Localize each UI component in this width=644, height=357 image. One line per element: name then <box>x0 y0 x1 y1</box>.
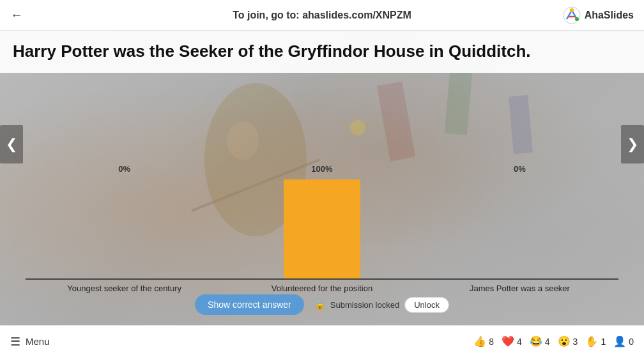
reaction-heart: ❤️ 4 <box>502 335 522 347</box>
thumbsup-emoji: 👍 <box>473 335 486 347</box>
ahaslides-logo-icon <box>563 6 581 24</box>
reaction-hand: ✋ 1 <box>585 335 606 347</box>
reaction-person: 👤 0 <box>613 335 634 347</box>
back-button[interactable]: ← <box>10 8 23 22</box>
lock-icon: 🔒 <box>314 300 325 310</box>
hand-emoji: ✋ <box>585 335 598 347</box>
top-bar: ← To join, go to: ahaslides.com/XNPZM Ah… <box>0 0 644 31</box>
svg-point-10 <box>570 8 574 12</box>
prev-arrow[interactable]: ❮ <box>0 125 23 163</box>
page-wrapper: ← To join, go to: ahaslides.com/XNPZM Ah… <box>0 0 644 357</box>
menu-button[interactable]: ☰ Menu <box>10 335 50 349</box>
thumbsup-count: 8 <box>489 337 494 347</box>
question-title-text: Harry Potter was the Seeker of the Gryff… <box>13 42 530 61</box>
show-answer-label: Show correct answer <box>208 300 291 310</box>
svg-point-11 <box>575 17 579 21</box>
submission-locked-text: Submission locked <box>330 300 399 310</box>
hand-count: 1 <box>601 337 606 347</box>
menu-label: Menu <box>26 336 50 347</box>
reaction-laugh: 😂 4 <box>530 335 550 347</box>
show-answer-button[interactable]: Show correct answer <box>195 294 304 315</box>
reaction-wow: 😮 3 <box>558 335 578 347</box>
bar-1 <box>284 179 360 278</box>
chart-baseline <box>26 278 618 280</box>
person-count: 0 <box>629 337 634 347</box>
wow-count: 3 <box>573 337 578 347</box>
join-text-prefix: To join, go to: <box>233 10 302 20</box>
bottom-action-bar: Show correct answer 🔒 Submission locked … <box>0 288 644 321</box>
percent-label-0: 0% <box>26 164 223 174</box>
submission-status: 🔒 Submission locked Unlock <box>314 297 449 313</box>
next-arrow[interactable]: ❯ <box>621 125 644 163</box>
heart-emoji: ❤️ <box>502 335 514 347</box>
wow-emoji: 😮 <box>558 335 571 347</box>
unlock-button[interactable]: Unlock <box>404 297 449 313</box>
question-title: Harry Potter was the Seeker of the Gryff… <box>0 31 644 73</box>
bar-group-1 <box>223 179 420 278</box>
laugh-count: 4 <box>545 337 550 347</box>
laugh-emoji: 😂 <box>530 335 542 347</box>
percent-label-1: 100% <box>223 164 420 174</box>
reaction-thumbsup: 👍 8 <box>473 335 494 347</box>
bars-row <box>0 176 644 278</box>
join-info: To join, go to: ahaslides.com/XNPZM <box>233 10 411 21</box>
heart-count: 4 <box>517 337 522 347</box>
percent-labels-row: 0% 100% 0% <box>0 164 644 174</box>
chart-section: 0% 100% 0% Youngest seeker of the centur… <box>0 96 644 293</box>
logo-text: AhaSlides <box>585 10 634 21</box>
join-url: ahaslides.com/XNPZM <box>302 10 411 20</box>
percent-label-2: 0% <box>421 164 618 174</box>
reactions-bar: 👍 8 ❤️ 4 😂 4 😮 3 ✋ 1 👤 0 <box>473 335 634 347</box>
menu-icon: ☰ <box>10 335 20 349</box>
logo: AhaSlides <box>563 6 634 24</box>
footer-bar: ☰ Menu 👍 8 ❤️ 4 😂 4 😮 3 ✋ 1 <box>0 325 644 357</box>
unlock-label: Unlock <box>414 300 440 310</box>
person-emoji: 👤 <box>613 335 626 347</box>
